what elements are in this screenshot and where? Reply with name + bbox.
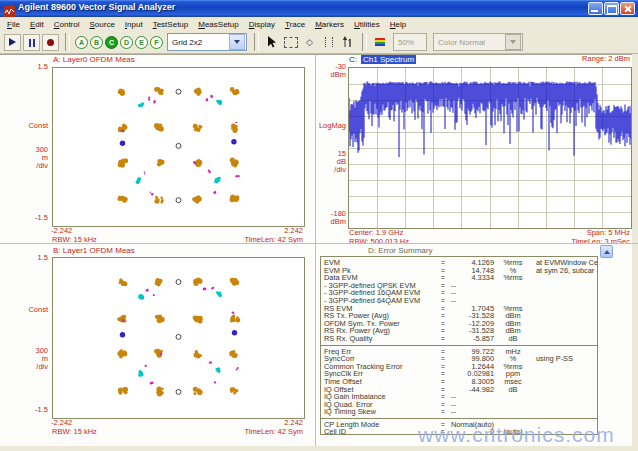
- trace-b-title[interactable]: B: Layer1 OFDM Meas: [53, 246, 135, 255]
- menu-trace[interactable]: Trace: [280, 19, 310, 30]
- color-mode-value: Color Normal: [434, 38, 504, 47]
- c-center-label: Center: 1.9 GHz: [349, 229, 403, 237]
- error-summary-row: - 3GPP-defined 64QAM EVM=--: [324, 297, 597, 305]
- c-yaxis-label: LogMag: [306, 122, 346, 130]
- minimize-button[interactable]: [588, 2, 603, 15]
- close-button[interactable]: [620, 2, 635, 15]
- chevron-down-icon: [505, 34, 521, 50]
- panel-divider-vertical: [315, 54, 316, 446]
- error-summary-row: SyncClk Err=0.02981ppm: [324, 370, 597, 378]
- menu-control[interactable]: Control: [49, 19, 85, 30]
- b-xmax-label: 2.242: [203, 419, 303, 427]
- trace-d-title[interactable]: D: Error Summary: [368, 246, 432, 255]
- marker-diamond-button[interactable]: ◇: [301, 34, 318, 51]
- trace-select-f-button[interactable]: F: [150, 36, 163, 49]
- error-summary-row: IQ Timing Skew=--: [324, 408, 597, 416]
- zoom-percent-select: 50%: [393, 33, 427, 51]
- a-xmax-label: 2.242: [203, 227, 303, 235]
- a-xmin-label: -2.242: [51, 227, 72, 235]
- record-button[interactable]: [42, 34, 59, 51]
- band-marker-button[interactable]: [320, 34, 337, 51]
- layer0-constellation-chart[interactable]: [52, 67, 305, 227]
- minimize-icon: [591, 10, 598, 12]
- error-summary-row: Common Tracking Error=1.2644%rms: [324, 363, 597, 371]
- layer1-constellation-chart[interactable]: [52, 257, 305, 419]
- zoom-box-button[interactable]: [282, 34, 299, 51]
- title-bar[interactable]: Agilent 89600 Vector Signal Analyzer: [0, 0, 638, 17]
- grid-layout-value: Grid 2x2: [168, 38, 228, 47]
- maximize-icon: [607, 5, 617, 14]
- watermark: www.cntronics.com: [418, 423, 615, 447]
- error-summary-row: EVM Pk=14.748%at sym 26, subcar -55: [324, 267, 597, 275]
- menu-utilities[interactable]: Utilities: [349, 19, 385, 30]
- error-summary-table: EVM=4.1269%rmsat EVMWindow CenterEVM Pk=…: [320, 256, 598, 435]
- maximize-button[interactable]: [604, 2, 619, 15]
- c-span-label: Span: 5 MHz: [500, 229, 630, 237]
- start-measurement-button[interactable]: [4, 34, 21, 51]
- menu-help[interactable]: Help: [385, 19, 411, 30]
- grid-layout-select[interactable]: Grid 2x2: [167, 33, 247, 51]
- error-summary-row: RS Rx. Quality=-5.857dB: [324, 335, 597, 343]
- toolbar-separator: [254, 33, 259, 51]
- b-ymax-label: 1.5: [2, 254, 48, 262]
- app-window: Agilent 89600 Vector Signal Analyzer Fil…: [0, 0, 638, 451]
- chevron-down-icon[interactable]: [229, 34, 245, 50]
- color-scale-button[interactable]: [371, 34, 388, 51]
- menu-edit[interactable]: Edit: [25, 19, 49, 30]
- error-summary-row: Time Offset=8.3005msec: [324, 378, 597, 386]
- select-cursor-button[interactable]: [263, 34, 280, 51]
- trace-select-d-button[interactable]: D: [120, 36, 133, 49]
- panel-divider-horizontal: [0, 243, 638, 244]
- record-icon: [47, 39, 54, 46]
- color-scale-icon: [375, 38, 385, 46]
- menu-markers[interactable]: Markers: [310, 19, 349, 30]
- c-ymin-unit: dBm: [306, 218, 346, 226]
- b-rbw-label: RBW: 15 kHz: [52, 428, 97, 436]
- b-yaxis-label: Const: [2, 306, 48, 314]
- window-edge: [632, 54, 638, 446]
- trace-c-title-selected[interactable]: Ch1 Spectrum: [361, 55, 416, 64]
- offset-marker-button[interactable]: [339, 34, 356, 51]
- pause-measurement-button[interactable]: [23, 34, 40, 51]
- trace-c-title-prefix: C:: [349, 55, 357, 64]
- pause-icon: [28, 35, 36, 50]
- menu-file[interactable]: File: [2, 19, 25, 30]
- c-yscale-label: /div: [306, 166, 346, 174]
- menu-input[interactable]: Input: [120, 19, 148, 30]
- marker-diamond-icon: ◇: [306, 38, 313, 47]
- scroll-up-icon: [604, 250, 610, 254]
- c-ymax-unit: dBm: [306, 71, 346, 79]
- trace-select-c-button[interactable]: C: [105, 36, 118, 49]
- c-rbw-label: RBW: 500.013 Hz: [349, 238, 409, 246]
- b-ymin-label: -1.5: [2, 406, 48, 414]
- menu-testsetup[interactable]: TestSetup: [148, 19, 194, 30]
- trace-select-b-button[interactable]: B: [90, 36, 103, 49]
- window-title: Agilent 89600 Vector Signal Analyzer: [18, 2, 175, 12]
- c-range-label: Range: 2 dBm: [530, 55, 630, 63]
- color-mode-select: Color Normal: [433, 33, 523, 51]
- trace-select-e-button[interactable]: E: [135, 36, 148, 49]
- zoom-percent-value: 50%: [394, 38, 426, 47]
- trace-select-a-button[interactable]: A: [75, 36, 88, 49]
- ch1-spectrum-chart[interactable]: [348, 67, 632, 229]
- band-marker-icon: [325, 37, 333, 47]
- scroll-up-button[interactable]: [600, 245, 613, 258]
- toolbar: ABCDEF Grid 2x2 ◇ 50%: [0, 31, 638, 54]
- cursor-icon: [267, 36, 277, 48]
- offset-marker-icon: [342, 36, 354, 48]
- trace-a-title[interactable]: A: Layer0 OFDM Meas: [53, 55, 135, 64]
- a-yaxis-label: Const: [2, 122, 48, 130]
- menu-bar: FileEditControlSourceInputTestSetupMeasS…: [0, 17, 638, 32]
- zoom-box-icon: [284, 37, 298, 48]
- b-yscale-label: /div: [2, 363, 48, 371]
- menu-display[interactable]: Display: [244, 19, 280, 30]
- a-yscale-label: /div: [2, 162, 48, 170]
- menu-meassetup[interactable]: MeasSetup: [193, 19, 243, 30]
- a-ymin-label: -1.5: [2, 214, 48, 222]
- toolbar-separator: [65, 33, 70, 51]
- menu-source[interactable]: Source: [85, 19, 120, 30]
- play-icon: [9, 38, 16, 46]
- toolbar-separator: [362, 33, 367, 51]
- b-xmin-label: -2.242: [51, 419, 72, 427]
- b-timelen-label: TimeLen: 42 Sym: [203, 428, 303, 436]
